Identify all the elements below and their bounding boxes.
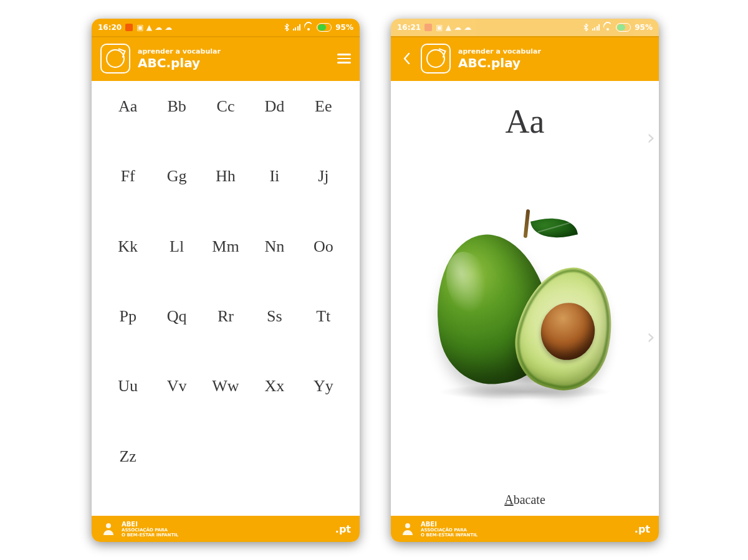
letter-cell-ii[interactable]: Ii [252, 163, 297, 230]
back-button[interactable] [400, 52, 413, 65]
app-header: aprender a vocabular ABC.play [92, 36, 360, 81]
status-bar: 16:21 ▣ ▲ ☁ ☁ 95% [391, 19, 659, 36]
letter-cell-ss[interactable]: Ss [252, 303, 297, 371]
footer-org-line3: O BEM-ESTAR INFANTIL [122, 533, 178, 538]
detail-image-avocado [425, 209, 625, 396]
letter-detail: Aa › › Abacate [391, 81, 659, 516]
status-time: 16:21 [397, 24, 421, 31]
canvas: 16:20 ▣ ▲ ☁ ☁ 95% aprender a vocabular A… [0, 0, 748, 560]
letter-cell-hh[interactable]: Hh [203, 163, 248, 230]
next-image-arrow[interactable]: › [646, 324, 655, 349]
footer-org-icon [400, 521, 416, 537]
letter-cell-vv[interactable]: Vv [154, 373, 199, 440]
footer-org-line2: ASSOCIAÇÃO PARA [421, 528, 477, 533]
signal-icon [592, 24, 600, 31]
next-letter-arrow[interactable]: › [646, 125, 655, 149]
status-time: 16:20 [98, 24, 122, 31]
letter-cell-xx[interactable]: Xx [252, 373, 297, 440]
battery-icon [317, 23, 332, 32]
bluetooth-icon [583, 24, 588, 31]
footer-org-short: ABEI [122, 521, 178, 528]
wifi-icon [603, 24, 612, 31]
app-title: ABC.play [138, 55, 221, 70]
letter-cell-tt[interactable]: Tt [301, 303, 346, 371]
letter-cell-ww[interactable]: Ww [203, 373, 248, 440]
phone-alphabet-screen: 16:20 ▣ ▲ ☁ ☁ 95% aprender a vocabular A… [92, 19, 360, 542]
footer-bar: ABEI ASSOCIAÇÃO PARA O BEM-ESTAR INFANTI… [391, 516, 659, 542]
app-logo [421, 44, 451, 74]
letter-cell-ff[interactable]: Ff [105, 163, 150, 230]
footer-bar: ABEI ASSOCIAÇÃO PARA O BEM-ESTAR INFANTI… [92, 516, 360, 542]
battery-percent: 95% [635, 24, 653, 31]
notification-icon [424, 24, 432, 31]
letter-cell-ee[interactable]: Ee [301, 93, 346, 161]
letter-cell-mm[interactable]: Mm [203, 234, 248, 301]
letter-cell-pp[interactable]: Pp [105, 303, 150, 371]
footer-tld: .pt [635, 523, 650, 535]
battery-percent: 95% [335, 24, 353, 31]
letter-cell-zz[interactable]: Zz [105, 444, 150, 511]
letter-cell-cc[interactable]: Cc [203, 93, 248, 161]
letter-cell-gg[interactable]: Gg [154, 163, 199, 230]
app-subtitle: aprender a vocabular [138, 47, 221, 55]
detail-word: Abacate [504, 493, 545, 507]
letter-cell-nn[interactable]: Nn [252, 234, 297, 301]
app-title: ABC.play [458, 55, 541, 70]
app-header: aprender a vocabular ABC.play [391, 36, 659, 81]
letter-cell-rr[interactable]: Rr [203, 303, 248, 371]
menu-button[interactable] [337, 54, 351, 64]
status-bar: 16:20 ▣ ▲ ☁ ☁ 95% [92, 19, 360, 36]
signal-icon [293, 24, 301, 31]
svg-point-0 [106, 523, 111, 528]
detail-letter: Aa [506, 102, 545, 141]
letter-cell-oo[interactable]: Oo [301, 234, 346, 301]
letter-cell-kk[interactable]: Kk [105, 234, 150, 301]
footer-org-icon [100, 521, 117, 537]
app-logo [100, 44, 130, 74]
letter-cell-uu[interactable]: Uu [105, 373, 150, 440]
bluetooth-icon [284, 24, 289, 31]
letter-cell-bb[interactable]: Bb [154, 93, 199, 161]
app-subtitle: aprender a vocabular [458, 47, 541, 55]
footer-org-line3: O BEM-ESTAR INFANTIL [421, 533, 477, 538]
footer-org-short: ABEI [421, 521, 477, 528]
detail-word-rest: bacate [514, 493, 545, 506]
detail-word-first-letter: A [504, 493, 513, 506]
letter-cell-dd[interactable]: Dd [252, 93, 297, 161]
status-misc-icons: ▣ ▲ ☁ ☁ [137, 24, 172, 31]
alphabet-grid: AaBbCcDdEeFfGgHhIiJjKkLlMmNnOoPpQqRrSsTt… [92, 81, 360, 516]
footer-org-line2: ASSOCIAÇÃO PARA [122, 528, 178, 533]
letter-cell-aa[interactable]: Aa [105, 93, 150, 161]
phone-letter-detail-screen: 16:21 ▣ ▲ ☁ ☁ 95% aprender a vocabular [391, 19, 659, 542]
wifi-icon [304, 24, 313, 31]
letter-cell-qq[interactable]: Qq [154, 303, 199, 371]
notification-icon [125, 24, 133, 31]
status-misc-icons: ▣ ▲ ☁ ☁ [436, 24, 471, 31]
svg-point-1 [405, 523, 410, 528]
footer-tld: .pt [335, 523, 351, 535]
letter-cell-ll[interactable]: Ll [154, 234, 199, 301]
letter-cell-jj[interactable]: Jj [301, 163, 346, 230]
battery-icon [616, 23, 631, 32]
letter-cell-yy[interactable]: Yy [301, 373, 346, 440]
